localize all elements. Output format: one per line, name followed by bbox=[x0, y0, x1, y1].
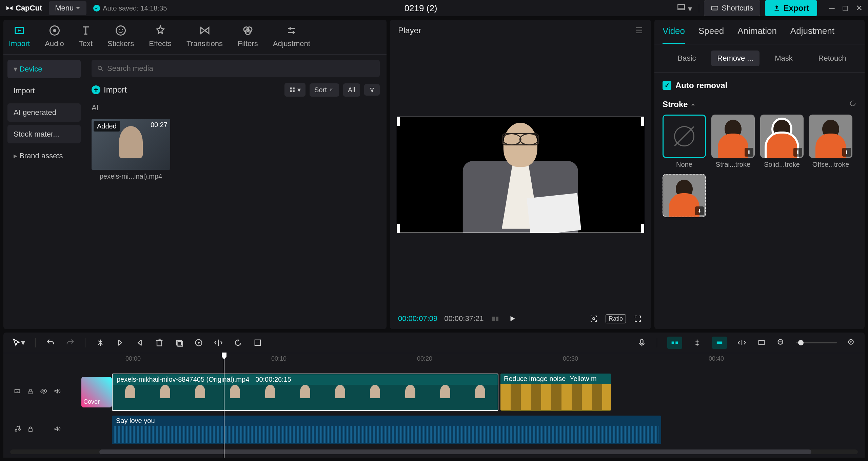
view-mode-button[interactable]: ▾ bbox=[284, 83, 305, 97]
freeze-tool[interactable] bbox=[253, 338, 262, 347]
track-visibility-icon[interactable] bbox=[40, 387, 47, 397]
mirror-tool[interactable] bbox=[214, 338, 223, 347]
zoom-out-button[interactable] bbox=[776, 338, 786, 347]
undo-button[interactable] bbox=[46, 338, 55, 347]
stroke-dashed[interactable]: ⬇ bbox=[663, 174, 706, 217]
maximize-icon[interactable]: □ bbox=[843, 3, 848, 13]
tab-audio[interactable]: Audio bbox=[45, 24, 64, 54]
rotate-tool[interactable] bbox=[233, 338, 243, 347]
insp-tab-adjustment[interactable]: Adjustment bbox=[790, 26, 834, 44]
redo-button[interactable] bbox=[65, 338, 75, 347]
preview-tool[interactable] bbox=[737, 338, 747, 347]
insp-tab-speed[interactable]: Speed bbox=[698, 26, 724, 44]
sort-button[interactable]: Sort bbox=[310, 83, 339, 97]
sidebar-item-device[interactable]: Device bbox=[7, 60, 81, 78]
trim-right-tool[interactable] bbox=[135, 338, 144, 347]
snap-tool[interactable] bbox=[712, 337, 727, 349]
tab-text[interactable]: Text bbox=[79, 24, 93, 54]
media-clip[interactable]: Added 00:27 pexels-mi...inal).mp4 bbox=[92, 119, 170, 180]
filter-button[interactable] bbox=[364, 84, 380, 96]
svg-point-10 bbox=[122, 29, 123, 30]
select-tool[interactable]: ▾ bbox=[12, 338, 25, 347]
timeline-scrollbar[interactable] bbox=[10, 449, 858, 454]
track-lock-icon[interactable] bbox=[27, 387, 34, 397]
cover-thumbnail[interactable]: Cover bbox=[81, 377, 112, 407]
tab-stickers[interactable]: Stickers bbox=[107, 24, 134, 54]
ratio-button[interactable]: Ratio bbox=[606, 314, 626, 323]
export-button[interactable]: Export bbox=[765, 0, 817, 16]
sidebar-item-import[interactable]: Import bbox=[7, 82, 81, 100]
fullscreen-icon[interactable] bbox=[633, 314, 643, 324]
insp-tab-video[interactable]: Video bbox=[663, 26, 685, 44]
sidebar-item-stock[interactable]: Stock mater... bbox=[7, 125, 81, 143]
transitions-icon bbox=[199, 24, 211, 37]
track-video-icon[interactable] bbox=[14, 387, 21, 397]
audio-icon bbox=[48, 24, 61, 37]
subtab-mask[interactable]: Mask bbox=[760, 51, 808, 66]
reverse-tool[interactable] bbox=[194, 338, 203, 347]
effects-icon bbox=[154, 24, 166, 37]
close-icon[interactable]: ✕ bbox=[856, 3, 863, 13]
stroke-none[interactable]: None bbox=[663, 115, 706, 168]
layout-icon[interactable]: ▾ bbox=[675, 1, 694, 16]
marker-tool[interactable] bbox=[757, 338, 766, 347]
audio-clip[interactable]: Say love you bbox=[112, 416, 661, 444]
playhead[interactable] bbox=[224, 353, 224, 458]
player-viewport[interactable] bbox=[397, 117, 644, 233]
video-clip-2[interactable]: Reduce image noise Yellow m bbox=[500, 374, 611, 411]
track-mute-icon[interactable] bbox=[54, 425, 61, 435]
timeline-ruler[interactable]: 00:00 00:10 00:20 00:30 00:40 bbox=[115, 355, 865, 367]
stroke-solid[interactable]: ⬇ Solid...troke bbox=[760, 115, 804, 168]
chevron-down-icon bbox=[76, 6, 80, 11]
play-button[interactable] bbox=[507, 314, 517, 324]
crop-tool[interactable] bbox=[174, 338, 184, 347]
zoom-in-button[interactable] bbox=[847, 338, 856, 347]
shortcuts-button[interactable]: Shortcuts bbox=[704, 0, 761, 16]
trim-left-tool[interactable] bbox=[115, 338, 125, 347]
tab-transitions[interactable]: Transitions bbox=[186, 24, 223, 54]
all-filter-button[interactable]: All bbox=[343, 83, 360, 97]
audio-clip-name: Say love you bbox=[112, 416, 661, 426]
minimize-icon[interactable]: ─ bbox=[829, 3, 834, 13]
svg-point-23 bbox=[593, 318, 595, 320]
auto-removal-checkbox[interactable]: ✓ bbox=[663, 81, 671, 90]
zoom-slider[interactable] bbox=[796, 342, 837, 343]
auto-removal-label: Auto removal bbox=[675, 81, 727, 90]
split-tool[interactable] bbox=[96, 338, 105, 347]
focus-icon[interactable] bbox=[589, 314, 599, 324]
mic-tool[interactable] bbox=[637, 338, 647, 347]
svg-rect-19 bbox=[293, 91, 295, 92]
track-mute-icon[interactable] bbox=[54, 387, 61, 397]
delete-tool[interactable] bbox=[155, 338, 164, 347]
subtab-basic[interactable]: Basic bbox=[663, 51, 711, 66]
reset-icon[interactable] bbox=[849, 100, 856, 109]
stroke-offset[interactable]: ⬇ Offse...troke bbox=[809, 115, 852, 168]
tab-effects[interactable]: Effects bbox=[149, 24, 172, 54]
track-lock-icon[interactable] bbox=[27, 425, 34, 435]
stroke-straight[interactable]: ⬇ Strai...troke bbox=[711, 115, 755, 168]
tab-adjustment[interactable]: Adjustment bbox=[273, 24, 310, 54]
stroke-section-title: Stroke bbox=[663, 100, 695, 109]
chevron-up-icon[interactable] bbox=[691, 102, 695, 107]
menu-button[interactable]: Menu bbox=[49, 1, 86, 15]
magnet-tool[interactable] bbox=[667, 337, 682, 349]
filters-icon bbox=[242, 24, 254, 37]
video-clip-1[interactable]: pexels-mikhail-nilov-8847405 (Original).… bbox=[112, 374, 498, 411]
insp-tab-animation[interactable]: Animation bbox=[737, 26, 777, 44]
player-menu-icon[interactable]: ☰ bbox=[635, 26, 643, 35]
sidebar-item-ai[interactable]: AI generated bbox=[7, 103, 81, 122]
svg-rect-17 bbox=[293, 87, 295, 89]
svg-rect-33 bbox=[759, 341, 764, 345]
subtab-retouch[interactable]: Retouch bbox=[808, 51, 856, 66]
link-tool[interactable] bbox=[692, 338, 702, 347]
compare-icon[interactable] bbox=[490, 314, 500, 324]
import-media-button[interactable]: + Import bbox=[92, 85, 127, 95]
tab-filters[interactable]: Filters bbox=[238, 24, 258, 54]
search-input[interactable]: Search media bbox=[92, 60, 380, 77]
subtab-remove[interactable]: Remove ... bbox=[711, 51, 760, 66]
download-icon: ⬇ bbox=[745, 148, 753, 157]
sidebar-item-brand[interactable]: Brand assets bbox=[7, 147, 81, 165]
track-audio-icon[interactable] bbox=[14, 425, 21, 435]
tab-import[interactable]: Import bbox=[9, 24, 30, 54]
svg-rect-32 bbox=[717, 342, 722, 344]
